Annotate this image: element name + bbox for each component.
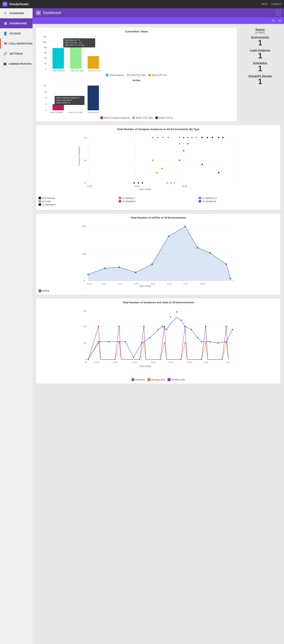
sidebar-item-dashboard[interactable]: ⊞ DASHBOARD — [0, 18, 32, 28]
region-label[interactable]: Region — [240, 28, 281, 31]
svg-rect-35 — [88, 86, 99, 110]
svg-text:Active Compute Instances: 3: Active Compute Instances: 3 — [56, 97, 79, 99]
svg-text:Active Compute: Active Compute — [50, 111, 63, 114]
sidebar-label-dashboard: DASHBOARD — [9, 22, 27, 25]
svg-text:15:10: 15:10 — [167, 283, 172, 285]
svg-text:14:00: 14:00 — [134, 185, 140, 188]
region-value: us-east1 — [240, 31, 281, 34]
stat-login-instances: Login Instances 1 — [240, 48, 281, 61]
svg-text:13:00: 13:00 — [87, 185, 92, 188]
cumulative-totals-chart: Cumulative Totals 120 100 80 60 40 20 0 — [36, 27, 237, 122]
svg-text:15:15: 15:15 — [204, 361, 208, 363]
svg-rect-84 — [218, 137, 219, 138]
access-icon: 👤 — [3, 31, 7, 36]
dashboard-icon: ⊞ — [3, 21, 7, 25]
expand-button[interactable]: ⤢ — [276, 10, 281, 15]
svg-rect-68 — [167, 182, 168, 184]
sidebar-item-overview[interactable]: ≡ OVERVIEW — [0, 8, 32, 18]
svg-text:Number of Instances: Number of Instances — [78, 146, 80, 166]
svg-point-97 — [118, 266, 120, 268]
legend-dot-pending-jobs — [168, 378, 170, 381]
svg-text:200: 200 — [82, 225, 86, 228]
svg-point-160 — [98, 326, 99, 327]
svg-text:14:00: 14:00 — [113, 361, 118, 363]
svg-rect-141 — [209, 341, 210, 342]
sidebar-label-access: ACCESS — [9, 32, 21, 35]
legend-active-vcpus: Active vCPUs — [155, 116, 173, 119]
legend-dot-vcpus — [38, 289, 41, 292]
svg-rect-58 — [134, 182, 135, 184]
environments-label[interactable]: Environments — [240, 36, 281, 39]
svg-text::30: :30 — [84, 361, 87, 363]
fullscreen-button[interactable]: ⊕ — [278, 18, 282, 23]
svg-point-162 — [143, 326, 144, 327]
svg-point-163 — [164, 326, 165, 327]
svg-rect-74 — [191, 137, 193, 138]
svg-text:Wed 20 May: Wed 20 May — [140, 285, 151, 287]
svg-rect-60 — [142, 182, 143, 184]
sidebar-item-access[interactable]: 👤 ACCESS — [0, 28, 32, 38]
active-chart-title: Active — [38, 79, 234, 82]
schedulers-label[interactable]: Schedulers — [240, 62, 281, 64]
stat-region: Region us-east1 — [240, 27, 281, 35]
legend-dot-active-ccq — [132, 116, 135, 119]
svg-point-154 — [184, 342, 186, 344]
top-charts-row: Cumulative Totals 120 100 80 60 40 20 0 — [36, 27, 281, 122]
legend-dot-no-instances — [38, 197, 41, 199]
legend-dot-active-vcpus — [155, 116, 158, 119]
legend-dot-highmem2 — [199, 197, 201, 199]
svg-text:Total Instances: 78: Total Instances: 78 — [64, 39, 80, 41]
stats-panel: Region us-east1 Environments 1 Login Ins… — [240, 27, 281, 122]
svg-rect-128 — [133, 357, 134, 358]
svg-rect-62 — [157, 137, 159, 138]
orangefs-label[interactable]: OrangeFS Storage — [240, 74, 281, 78]
svg-point-158 — [226, 342, 227, 344]
help-link[interactable]: HELP — [261, 3, 268, 6]
svg-rect-80 — [183, 150, 184, 151]
svg-rect-139 — [197, 337, 198, 338]
vcpu-chart-svg: 200 100 0 — [38, 221, 278, 287]
logout-link[interactable]: LOGOUT — [271, 3, 282, 6]
svg-text:14:40: 14:40 — [117, 283, 122, 285]
svg-rect-142 — [217, 342, 219, 344]
stat-environments: Environments 1 — [240, 35, 281, 48]
svg-rect-63 — [162, 137, 164, 138]
svg-text:20: 20 — [84, 326, 86, 328]
legend-total-ccq: Total CCQ Jobs — [127, 74, 146, 76]
instances-jobs-svg: 30 20 10 0 — [38, 306, 278, 376]
svg-text:13:45: 13:45 — [94, 361, 99, 363]
svg-point-95 — [87, 274, 89, 275]
admin-icon: ▦ — [3, 62, 6, 66]
svg-text:Total vCPU Hrs: Total vCPU Hrs — [88, 70, 101, 72]
legend-n1-highcpu-2: n1-highcpu-2 — [119, 197, 198, 199]
svg-text:Total CCQ Jobs: Total CCQ Jobs — [70, 70, 84, 72]
refresh-button[interactable]: ↻ — [271, 18, 276, 23]
svg-text:6: 6 — [45, 103, 47, 105]
svg-rect-126 — [118, 341, 120, 342]
svg-rect-73 — [187, 137, 188, 138]
stat-orangefs: OrangeFS Storage 1 — [240, 74, 281, 86]
legend-n1-standard-8: n1-standard-8 — [199, 200, 278, 202]
svg-point-152 — [164, 342, 165, 344]
legend-dot-standard1 — [119, 200, 121, 202]
svg-point-146 — [98, 342, 99, 344]
svg-rect-79 — [179, 160, 180, 161]
svg-rect-132 — [162, 326, 163, 327]
login-instances-label[interactable]: Login Instances — [240, 49, 281, 52]
legend-g1-small: g1-small — [38, 200, 118, 202]
sidebar: ≡ OVERVIEW ⊞ DASHBOARD 👤 ACCESS ✉ COLLAB… — [0, 8, 32, 644]
svg-rect-76 — [179, 143, 180, 144]
sub-header: ↻ ⊕ — [32, 17, 284, 24]
svg-text:15:00: 15:00 — [187, 361, 192, 363]
svg-rect-138 — [191, 329, 192, 330]
login-instances-value: 1 — [240, 52, 281, 60]
sidebar-item-settings[interactable]: 🔗 SETTINGS — [0, 49, 32, 59]
svg-text:Wed 20 May: Wed 20 May — [140, 188, 151, 190]
menu-icon: ≡ — [3, 11, 7, 15]
sidebar-item-collaborations[interactable]: ✉ COLLABORATIONS — [0, 38, 32, 49]
legend-dot-standard8 — [199, 200, 201, 202]
sidebar-item-administration[interactable]: ▦ ADMINISTRATION — [0, 59, 32, 69]
svg-text:Active vCPUs: Active vCPUs — [88, 111, 99, 114]
app-logo: CC CloudyCluster — [2, 2, 29, 6]
svg-text:0: 0 — [45, 68, 47, 70]
